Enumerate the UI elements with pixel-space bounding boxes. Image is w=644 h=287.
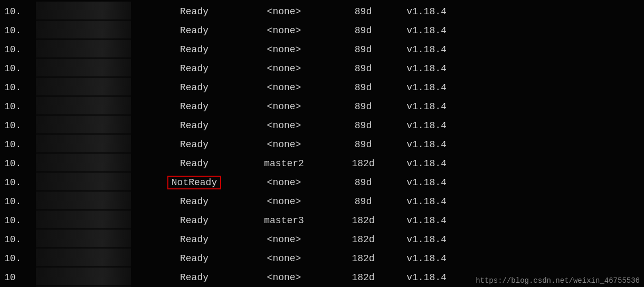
col-version: v1.18.4 — [395, 101, 458, 112]
col-status: Ready — [152, 63, 236, 74]
col-status: Ready — [152, 234, 236, 245]
col-number: 10. — [4, 82, 36, 93]
col-blur — [36, 192, 152, 212]
col-status: Ready — [152, 82, 236, 93]
col-role: master2 — [236, 158, 332, 169]
col-role: master3 — [236, 215, 332, 226]
col-number: 10. — [4, 120, 36, 131]
col-number: 10. — [4, 158, 36, 169]
col-role: <none> — [236, 234, 332, 245]
table-row: 10.Ready<none>89dv1.18.4 — [0, 192, 644, 211]
col-number: 10. — [4, 253, 36, 264]
col-version: v1.18.4 — [395, 25, 458, 36]
col-age: 182d — [332, 253, 395, 264]
col-blur — [36, 211, 152, 231]
col-age: 89d — [332, 6, 395, 17]
col-status: Ready — [152, 215, 236, 226]
col-role: <none> — [236, 44, 332, 55]
col-status: Ready — [152, 120, 236, 131]
col-age: 89d — [332, 196, 395, 207]
col-role: <none> — [236, 120, 332, 131]
col-age: 89d — [332, 44, 395, 55]
col-blur — [36, 229, 152, 250]
col-status: NotReady — [152, 176, 236, 189]
col-number: 10. — [4, 63, 36, 74]
col-age: 182d — [332, 158, 395, 169]
col-age: 182d — [332, 272, 395, 283]
table-row: 10.Ready<none>182dv1.18.4 — [0, 230, 644, 249]
col-number: 10. — [4, 234, 36, 245]
table-row: 10.Readymaster3182dv1.18.4 — [0, 211, 644, 230]
col-status: Ready — [152, 44, 236, 55]
table-row: 10.Ready<none>89dv1.18.4 — [0, 78, 644, 97]
col-role: <none> — [236, 6, 332, 17]
col-blur — [36, 59, 152, 79]
col-version: v1.18.4 — [395, 139, 458, 150]
table-row: 10.NotReady<none>89dv1.18.4 — [0, 173, 644, 192]
col-version: v1.18.4 — [395, 215, 458, 226]
col-version: v1.18.4 — [395, 234, 458, 245]
col-blur — [36, 267, 152, 288]
col-role: <none> — [236, 63, 332, 74]
col-status: Ready — [152, 101, 236, 112]
col-version: v1.18.4 — [395, 120, 458, 131]
col-status: Ready — [152, 6, 236, 17]
col-age: 89d — [332, 82, 395, 93]
terminal-window: 10.Ready<none>89dv1.18.410.Ready<none>89… — [0, 0, 644, 287]
table-row: 10.Ready<none>89dv1.18.4 — [0, 2, 644, 21]
col-blur — [36, 154, 152, 174]
col-number: 10. — [4, 6, 36, 17]
watermark: https://blog.csdn.net/weixin_46755536 — [476, 276, 640, 285]
col-blur — [36, 21, 152, 41]
col-age: 89d — [332, 139, 395, 150]
col-number: 10. — [4, 196, 36, 207]
col-version: v1.18.4 — [395, 158, 458, 169]
table-row: 10.Ready<none>89dv1.18.4 — [0, 116, 644, 135]
col-number: 10. — [4, 25, 36, 36]
col-blur — [36, 40, 152, 60]
col-version: v1.18.4 — [395, 177, 458, 188]
col-version: v1.18.4 — [395, 82, 458, 93]
col-status: Ready — [152, 25, 236, 36]
col-version: v1.18.4 — [395, 6, 458, 17]
status-notready-badge: NotReady — [167, 176, 221, 189]
col-blur — [36, 173, 152, 193]
col-number: 10. — [4, 44, 36, 55]
col-blur — [36, 97, 152, 117]
col-role: <none> — [236, 82, 332, 93]
col-blur — [36, 78, 152, 98]
col-blur — [36, 135, 152, 155]
table-row: 10.Ready<none>89dv1.18.4 — [0, 21, 644, 40]
col-version: v1.18.4 — [395, 272, 458, 283]
col-role: <none> — [236, 196, 332, 207]
col-version: v1.18.4 — [395, 196, 458, 207]
col-status: Ready — [152, 272, 236, 283]
col-status: Ready — [152, 196, 236, 207]
col-number: 10. — [4, 215, 36, 226]
col-age: 89d — [332, 101, 395, 112]
table-row: 10.Ready<none>89dv1.18.4 — [0, 135, 644, 154]
col-age: 89d — [332, 25, 395, 36]
col-age: 89d — [332, 177, 395, 188]
col-age: 182d — [332, 215, 395, 226]
col-status: Ready — [152, 158, 236, 169]
col-role: <none> — [236, 177, 332, 188]
col-number: 10. — [4, 177, 36, 188]
col-role: <none> — [236, 101, 332, 112]
table-row: 10.Ready<none>89dv1.18.4 — [0, 97, 644, 116]
col-blur — [36, 116, 152, 136]
col-version: v1.18.4 — [395, 44, 458, 55]
table-row: 10.Readymaster2182dv1.18.4 — [0, 154, 644, 173]
table-row: 10.Ready<none>89dv1.18.4 — [0, 40, 644, 59]
table-row: 10.Ready<none>89dv1.18.4 — [0, 59, 644, 78]
col-age: 182d — [332, 234, 395, 245]
col-version: v1.18.4 — [395, 253, 458, 264]
col-age: 89d — [332, 120, 395, 131]
table-row: 10.Ready<none>182dv1.18.4 — [0, 249, 644, 268]
col-role: <none> — [236, 253, 332, 264]
col-blur — [36, 248, 152, 269]
col-number: 10. — [4, 101, 36, 112]
col-status: Ready — [152, 253, 236, 264]
col-role: <none> — [236, 272, 332, 283]
col-number: 10. — [4, 139, 36, 150]
